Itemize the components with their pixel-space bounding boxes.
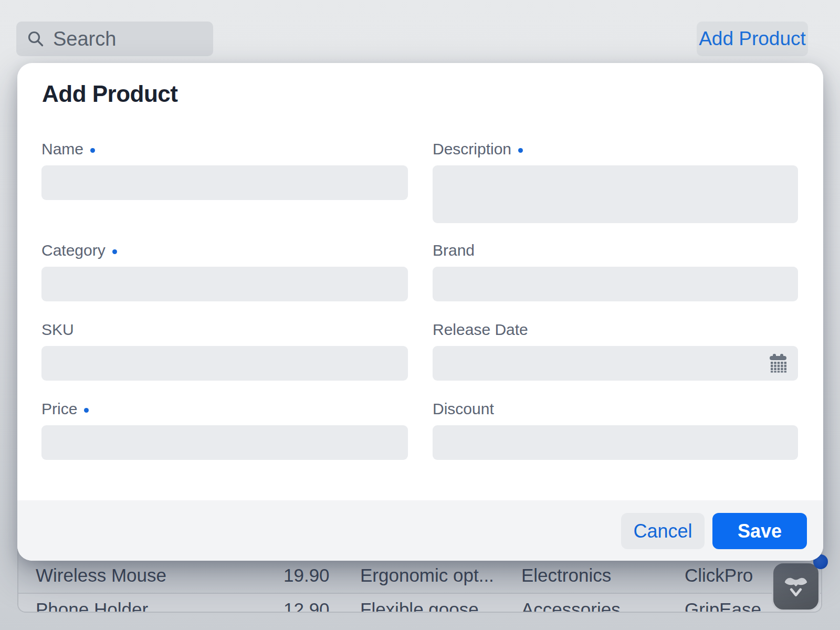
search-input[interactable]: Search (16, 22, 213, 56)
cell-product-name: Wireless Mouse (36, 565, 166, 586)
cell-description: Flexible goose... (360, 599, 494, 613)
cell-brand: ClickPro (685, 565, 753, 586)
field-label: Price (41, 400, 77, 418)
save-button[interactable]: Save (712, 513, 807, 549)
required-dot (112, 249, 117, 254)
cancel-button[interactable]: Cancel (621, 513, 705, 549)
field-sku: SKU (41, 320, 408, 381)
price-input[interactable] (41, 425, 408, 460)
modal-title: Add Product (42, 81, 177, 107)
add-product-modal: Add Product Name Description Category (17, 63, 823, 561)
add-product-button[interactable]: Add Product (697, 22, 808, 56)
cell-category: Accessories (521, 599, 621, 613)
name-input[interactable] (41, 165, 408, 200)
calendar-icon (769, 354, 787, 373)
cell-product-name: Phone Holder (36, 599, 148, 613)
table-row: Phone Holder 12.90 Flexible goose... Acc… (18, 593, 821, 613)
required-dot (518, 148, 523, 153)
required-dot (90, 148, 95, 153)
modal-footer: Cancel Save (17, 500, 823, 561)
search-placeholder: Search (53, 28, 116, 50)
field-release-date: Release Date (433, 320, 798, 381)
discount-input[interactable] (433, 425, 798, 460)
field-label: Release Date (433, 321, 528, 339)
floating-app-button[interactable] (772, 562, 820, 611)
app-background: Search Add Product Wireless Mouse 19.90 … (0, 0, 840, 630)
search-icon (27, 30, 45, 48)
cell-price: 12.90 (284, 599, 330, 613)
bull-logo-icon (781, 571, 811, 602)
field-label: Discount (433, 400, 494, 418)
cell-category: Electronics (521, 565, 611, 586)
field-label: Name (41, 140, 83, 158)
cell-brand: GripEase (685, 599, 761, 613)
description-input[interactable] (433, 165, 798, 223)
field-description: Description (433, 140, 798, 223)
field-label: Description (433, 140, 511, 158)
field-label: SKU (41, 321, 74, 339)
release-date-input[interactable] (433, 346, 798, 381)
required-dot (84, 408, 89, 413)
cell-price: 19.90 (284, 565, 330, 586)
field-brand: Brand (433, 241, 798, 301)
brand-input[interactable] (433, 267, 798, 301)
field-category: Category (41, 241, 408, 301)
field-discount: Discount (433, 400, 798, 460)
category-input[interactable] (41, 267, 408, 301)
calendar-button[interactable] (769, 353, 788, 373)
cell-description: Ergonomic opt... (360, 565, 494, 586)
sku-input[interactable] (41, 346, 408, 381)
field-name: Name (41, 140, 408, 200)
field-label: Brand (433, 242, 475, 259)
field-price: Price (41, 400, 408, 460)
field-label: Category (41, 242, 106, 259)
